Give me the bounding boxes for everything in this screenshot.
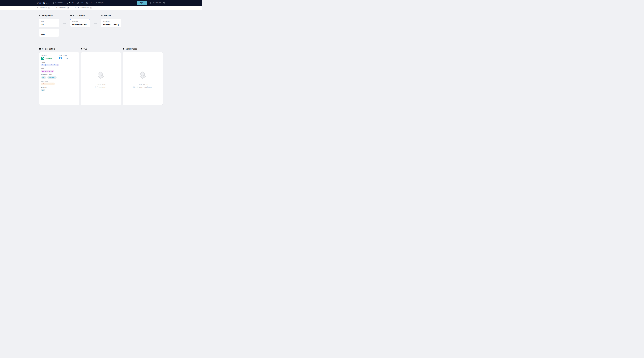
nav-item-label: Dashboard (56, 2, 63, 4)
nav-item-label: TCP (80, 2, 83, 4)
upgrade-button[interactable]: Upgrade (137, 1, 147, 5)
rule-label: RULE (41, 62, 77, 63)
theme-toggle-label: Dark theme (152, 2, 161, 4)
nav-item-tcp[interactable]: TCP (77, 2, 83, 4)
card-label: WEB (41, 21, 57, 22)
service-label: SERVICE (41, 80, 77, 82)
layers-icon (122, 48, 124, 50)
tab-count-badge: 2 (90, 7, 92, 9)
service-chip: whoami-xxsheddy (41, 83, 55, 85)
priority-field: PRIORITY 24 (41, 87, 77, 91)
tls-empty-text: There is no TLS configured (95, 83, 107, 89)
question-circle-icon: ? (163, 2, 166, 4)
tab-label: HTTP Routers (36, 7, 47, 9)
status-label: STATUS (41, 55, 59, 56)
card-label: ROUTER (72, 21, 88, 22)
status-success-badge (41, 57, 44, 60)
tab-http-routers[interactable]: HTTP Routers 3 (36, 7, 50, 9)
globe-icon (66, 2, 68, 4)
middlewares-card: There are no Middlewares configured (122, 52, 163, 105)
name-label: NAME (41, 68, 77, 69)
tls-card: There is no TLS configured (81, 52, 121, 105)
info-icon (39, 48, 41, 50)
http-router-title: HTTP Router (70, 15, 90, 17)
status-value: Success (45, 57, 52, 59)
nav-item-dashboard[interactable]: Dashboard (53, 2, 63, 4)
nav-item-udp[interactable]: UDP (86, 2, 92, 4)
nav-item-label: HTTP (69, 2, 74, 4)
flow-arrow-2 (90, 15, 101, 37)
middlewares-empty-text: There are no Middlewares configured (133, 83, 152, 89)
top-navbar: træfik 3.3.6 Dashboard (0, 0, 202, 6)
stacked-layers-icon (139, 71, 147, 83)
home-icon (53, 2, 54, 4)
provider-field: PROVIDER (59, 55, 77, 60)
entrypoint-card-websecure: WEBSECURE :443 (39, 29, 59, 37)
traefik-logo[interactable]: træfik 3.3.6 (36, 1, 49, 5)
tab-label: HTTP Middlewares (75, 7, 89, 9)
router-column: HTTP Router ROUTER whoami@docker (70, 15, 90, 37)
name-field: NAME whoami@docker (41, 68, 77, 73)
service-title: Service (101, 15, 121, 17)
traefik-dashboard-screen: træfik 3.3.6 Dashboard (0, 0, 202, 111)
entrypoints-title: Entrypoints (39, 15, 59, 17)
theme-toggle[interactable]: Dark theme (150, 2, 161, 4)
version-label: 3.3.6 (46, 2, 49, 4)
tab-http-middlewares[interactable]: HTTP Middlewares 2 (75, 7, 92, 9)
nav-item-http[interactable]: HTTP (66, 2, 74, 4)
flow-arrow-1 (59, 15, 70, 37)
tab-label: HTTP Services (56, 7, 66, 9)
service-field: SERVICE whoami-xxsheddy (41, 80, 77, 85)
service-card: SERVICE whoami-xxsheddy (101, 19, 121, 27)
svg-text:?: ? (164, 2, 165, 3)
tls-section: TLS There is no (81, 48, 121, 105)
card-value: whoami@docker (72, 24, 88, 26)
priority-label: PRIORITY (41, 87, 77, 88)
nav-item-plugins[interactable]: Plugins (96, 2, 104, 4)
check-icon (42, 57, 44, 59)
router-card: ROUTER whoami@docker (70, 19, 90, 27)
nav-item-label: UDP (89, 2, 92, 4)
middlewares-section: Middlewares There ar (122, 48, 163, 105)
tab-http-services[interactable]: HTTP Services 4 (56, 7, 70, 9)
router-details-section: Router Details STATUS (39, 48, 79, 105)
main-content: Entrypoints WEB :80 WEBSECURE :443 (39, 10, 163, 105)
nav-item-label: Plugins (98, 2, 104, 4)
middlewares-title: Middlewares (122, 48, 163, 50)
docker-whale-icon (59, 57, 62, 60)
help-button[interactable]: ? (163, 2, 166, 4)
router-details-title: Router Details (39, 48, 79, 50)
globe-icon (70, 15, 72, 17)
entrypoints-label: ENTRYPOINTS (41, 74, 77, 75)
droplet-contrast-icon (150, 2, 152, 4)
tab-count-badge: 4 (67, 7, 70, 9)
entrypoints-column: Entrypoints WEB :80 WEBSECURE :443 (39, 15, 59, 37)
shield-icon (81, 48, 82, 50)
entrypoints-field: ENTRYPOINTS web websecure (41, 74, 77, 79)
login-icon (39, 15, 41, 17)
name-chip: whoami@docker (41, 70, 54, 73)
proxy-icon (77, 2, 79, 4)
rule-field: RULE Host(`whoami.localhost`) (41, 62, 77, 66)
routing-flow: Entrypoints WEB :80 WEBSECURE :443 (39, 15, 163, 37)
details-row: Router Details STATUS (39, 48, 163, 105)
card-label: WEBSECURE (41, 30, 57, 32)
arrow-right-icon (63, 15, 66, 37)
card-value: :80 (41, 24, 57, 26)
entrypoint-chip-websecure: websecure (48, 76, 56, 79)
entrypoint-card-web: WEB :80 (39, 19, 59, 27)
provider-value: Docker (63, 57, 68, 59)
priority-chip: 24 (41, 89, 45, 91)
status-field: STATUS Success (41, 55, 59, 60)
service-column: Service SERVICE whoami-xxsheddy (101, 15, 121, 37)
card-label: SERVICE (103, 21, 119, 22)
bolt-icon (101, 15, 103, 17)
entrypoint-chip-web: web (41, 76, 46, 79)
brand-wordmark: træfik (36, 1, 45, 5)
tls-title: TLS (81, 48, 121, 50)
tab-count-badge: 3 (48, 7, 50, 9)
nav-items: Dashboard HTTP TCP (53, 2, 104, 4)
subnav: HTTP Routers 3 HTTP Services 4 HTTP Midd… (0, 6, 202, 10)
router-details-card: STATUS Success (39, 52, 79, 105)
provider-label: PROVIDER (59, 55, 77, 56)
